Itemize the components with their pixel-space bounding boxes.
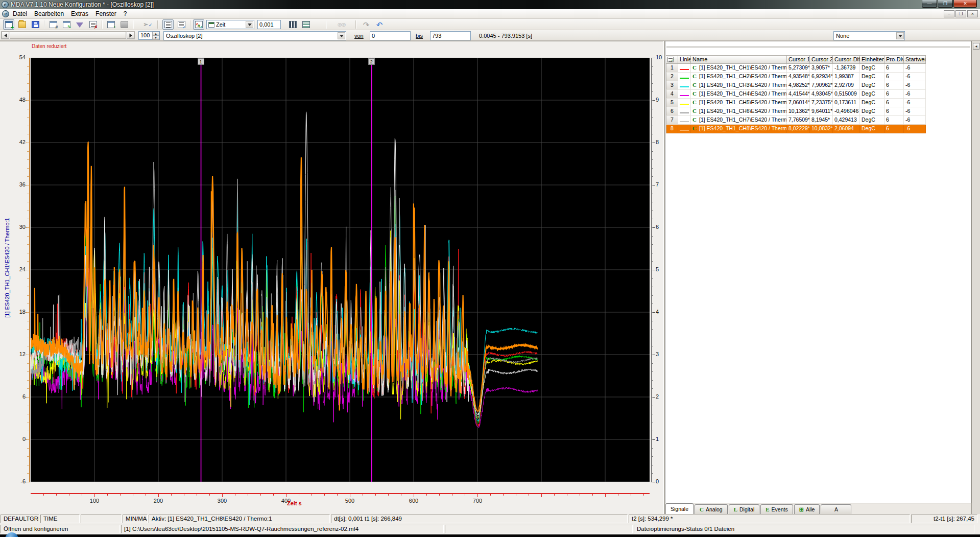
column-header-Cursor 1[interactable]: Cursor 1 [787,55,810,64]
row-number[interactable]: 7 [666,116,678,125]
left-axis-line [29,58,30,482]
signal-name-cell[interactable]: C[1] ES420_TH1_CH7\ES420 / Thermo:1 [691,116,787,125]
dropdown-arrow-icon[interactable] [246,21,253,28]
row-number[interactable]: 3 [666,81,678,90]
main-toolbar: + # ✎ ✗ ◔ ➢✓ ✓ ∿∿ Zeit 0,001 s ⌾⌾ ↷ ↶ [0,19,980,30]
cursor2-value: 4,93045* [810,90,833,99]
right-axis-minor-tick [651,321,653,321]
tab-digital[interactable]: LDigital [729,504,760,514]
x-axis-mode-dropdown[interactable]: Zeit [206,20,254,29]
column-header-Pro-Div[interactable]: Pro-Div [885,55,904,64]
tab-events[interactable]: EEvents [760,504,793,514]
windows-taskbar[interactable] [0,534,980,537]
save-button[interactable] [30,19,41,30]
signal-name-cell[interactable]: C[1] ES420_TH1_CH2\ES420 / Thermo:1 [691,73,787,81]
right-axis-minor-tick [651,126,653,126]
signal-name-cell[interactable]: C[1] ES420_TH1_CH6\ES420 / Thermo:1 [691,107,787,116]
menu-item-bearbeiten[interactable]: Bearbeiten [31,9,67,18]
dropdown-arrow-icon[interactable] [896,32,904,39]
signal-name-cell[interactable]: C[1] ES420_TH1_CH4\ES420 / Thermo:1 [691,90,787,99]
title-bar[interactable]: e MDA V7.1.10 Neue Konfiguration * - [Os… [0,0,980,9]
row-number[interactable]: 6 [666,107,678,116]
transfer-button[interactable]: ➢✓ [142,19,153,30]
close-button[interactable]: ✕ [953,0,977,8]
column-header-Cursor 2[interactable]: Cursor 2 [810,55,833,64]
restore-button[interactable]: ❐ [938,0,953,8]
filter-button[interactable] [74,19,85,30]
menu-item-fenster[interactable]: Fenster [92,9,120,18]
menu-item-[interactable]: ? [120,9,131,18]
chart-plot[interactable] [31,58,650,482]
mdi-minimize-button[interactable]: – [944,10,954,17]
signal-name-cell[interactable]: C[1] ES420_TH1_CH3\ES420 / Thermo:1 [691,81,787,90]
column-header-Linienart[interactable]: Linienart [678,55,691,64]
x-axis-tick [82,494,82,496]
left-axis-minor-tick [27,143,29,143]
edit-window-button[interactable]: ✎ [61,19,72,30]
column-header-Name[interactable]: Name [691,55,787,64]
x-axis-tick [605,494,606,497]
interval-input[interactable]: 0,001 [257,20,281,29]
cursor-flag-2[interactable]: 2 [368,58,375,65]
signal-list-check-button[interactable]: ✓ [176,19,187,30]
open-button[interactable] [16,19,28,30]
measure-window-button[interactable]: ◔ [105,19,116,30]
row-number[interactable]: 4 [666,90,678,99]
tab-signale[interactable]: Signale [665,503,694,514]
von-input[interactable]: 0 [370,31,411,40]
add-oscilloscope-button[interactable]: # [47,19,59,30]
column-header-Startwert[interactable]: Startwert [904,55,926,64]
column-header-Cursor-Diff.[interactable]: Cursor-Diff. [833,55,860,64]
minmax-display-button[interactable] [287,19,298,30]
add-axis-button[interactable] [300,19,312,30]
mdi-child-icon[interactable]: e [2,10,9,17]
column-header-select[interactable]: ✓ [666,55,678,64]
menu-item-datei[interactable]: Datei [9,9,31,18]
signal-name-cell[interactable]: C[1] ES420_TH1_CH1\ES420 / Thermo:1 [691,64,787,73]
prodiv-value: 6 [885,116,904,125]
none-dropdown[interactable]: None [833,31,905,40]
row-number[interactable]: 1 [666,64,678,73]
mdi-close-button[interactable]: × [967,10,978,17]
right-axis-minor-tick [651,194,653,194]
tab-label: A [834,506,838,512]
line-style-cell [678,73,691,81]
menu-item-extras[interactable]: Extras [67,9,92,18]
dropdown-arrow-icon[interactable] [338,32,345,39]
none-dropdown-value: None [836,33,849,39]
table-grip-handle[interactable] [666,46,970,47]
minimize-button[interactable]: — [922,0,937,8]
scrollbar-thumb[interactable] [10,32,126,39]
right-axis-minor-tick [651,355,653,355]
scroll-right-button[interactable] [127,32,134,39]
cursor-flag-1[interactable]: 1 [198,58,204,65]
mdi-restore-button[interactable]: ❐ [955,10,966,17]
left-axis-tick-label: 36 [7,181,26,188]
zoom-percent-spinner[interactable]: 100 ▲▼ [138,31,160,40]
tab-a[interactable]: A [821,504,851,514]
row-number[interactable]: 2 [666,73,678,81]
dock-toggle-button[interactable]: ◂ [973,43,979,50]
right-axis-minor-tick [651,100,653,101]
undo-button[interactable]: ↶ [374,19,385,30]
bis-input[interactable]: 793 [430,31,471,40]
scroll-left-button[interactable] [2,32,9,39]
row-number[interactable]: 5 [666,99,678,107]
x-axis-tick [529,494,529,496]
signal-traces [31,58,650,482]
signal-name-cell[interactable]: C[1] ES420_TH1_CH5\ES420 / Thermo:1 [691,99,787,107]
spinner-arrows[interactable]: ▲▼ [152,32,159,39]
tab-alle[interactable]: ⊞Alle [794,504,820,514]
window-selector-dropdown[interactable]: Oszilloskop [2] [163,31,346,40]
signal-list-view-button[interactable] [162,19,174,30]
signal-name-cell[interactable]: C[1] ES420_TH1_CH8\ES420 / Thermo:1 [691,125,787,133]
row-number[interactable]: 8 [666,125,678,133]
tab-analog[interactable]: CAnalog [695,504,728,514]
column-header-Einheiten[interactable]: Einheiten [860,55,885,64]
line-style-cell [678,81,691,90]
time-scrollbar[interactable] [1,31,135,39]
new-configuration-button[interactable]: + [3,19,14,30]
x-axis-tick [69,494,69,496]
checklist-button[interactable]: ✗ [87,19,99,30]
signal-display-mode-button[interactable]: ∿∿ [193,19,204,30]
